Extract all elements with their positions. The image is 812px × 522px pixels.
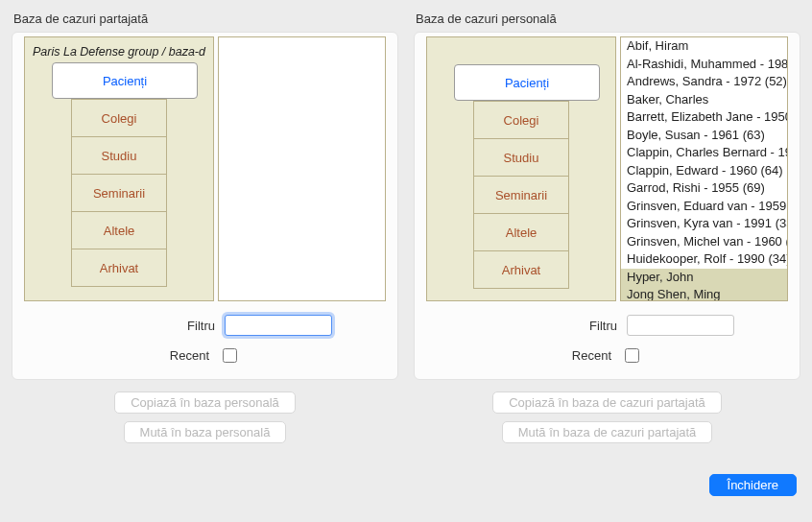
- tab-others[interactable]: Altele: [71, 211, 167, 249]
- list-item[interactable]: Abif, Hiram: [621, 37, 787, 56]
- list-item[interactable]: Jong Shen, Ming: [621, 286, 787, 300]
- list-item[interactable]: Garrod, Rishi - 1955 (69): [621, 179, 787, 198]
- list-item[interactable]: Al-Rashidi, Muhammed - 1989 (: [621, 56, 787, 74]
- tab-seminars[interactable]: Seminarii: [71, 174, 167, 212]
- tab-colleagues-personal[interactable]: Colegi: [473, 101, 569, 139]
- tab-archived[interactable]: Arhivat: [71, 249, 167, 287]
- list-item[interactable]: Grinsven, Kyra van - 1991 (33): [621, 215, 787, 233]
- move-to-personal-button[interactable]: Mută în baza personală: [124, 421, 287, 443]
- list-item[interactable]: Grinsven, Eduard van - 1959 (64: [621, 198, 787, 216]
- shared-filter-input[interactable]: [225, 315, 332, 336]
- personal-filter-label: Filtru: [569, 319, 617, 333]
- list-item[interactable]: Baker, Charles: [621, 91, 787, 109]
- tab-study[interactable]: Studiu: [71, 136, 167, 175]
- personal-db-panel: Pacienți Colegi Studiu Seminarii Altele …: [414, 32, 800, 380]
- tab-colleagues[interactable]: Colegi: [71, 99, 167, 137]
- personal-patient-list[interactable]: Abif, HiramAl-Rashidi, Muhammed - 1989 (…: [620, 36, 788, 301]
- tab-patients[interactable]: Pacienți: [52, 62, 198, 99]
- group-path: Paris La Defense group / baza-d: [25, 43, 213, 59]
- shared-recent-label: Recent: [161, 348, 209, 363]
- list-item[interactable]: Huidekooper, Rolf - 1990 (34): [621, 250, 787, 269]
- copy-to-personal-button[interactable]: Copiază în baza personală: [114, 392, 296, 414]
- list-item[interactable]: Barrett, Elizabeth Jane - 1950 (7: [621, 108, 787, 127]
- list-item[interactable]: Clappin, Charles Bernard - 1958: [621, 144, 787, 162]
- move-to-shared-button[interactable]: Mută în baza de cazuri partajată: [502, 421, 713, 443]
- list-item[interactable]: Clappin, Edward - 1960 (64): [621, 162, 787, 180]
- tab-seminars-personal[interactable]: Seminarii: [473, 176, 569, 214]
- shared-recent-checkbox[interactable]: [223, 348, 237, 363]
- list-item[interactable]: Hyper, John: [621, 269, 787, 287]
- shared-tabs: Paris La Defense group / baza-d Pacienți…: [24, 36, 214, 301]
- list-item[interactable]: Grinsven, Michel van - 1960 (64: [621, 233, 787, 251]
- tab-study-personal[interactable]: Studiu: [473, 138, 569, 177]
- personal-db-title: Baza de cazuri personală: [416, 12, 800, 26]
- tab-archived-personal[interactable]: Arhivat: [473, 250, 569, 289]
- shared-filter-label: Filtru: [167, 319, 215, 333]
- shared-db-panel: Paris La Defense group / baza-d Pacienți…: [12, 32, 398, 380]
- personal-filter-input[interactable]: [627, 315, 734, 336]
- close-button[interactable]: Închidere: [709, 474, 797, 496]
- shared-patient-list[interactable]: [218, 36, 386, 301]
- copy-to-shared-button[interactable]: Copiază în baza de cazuri partajată: [492, 392, 722, 414]
- personal-tabs: Pacienți Colegi Studiu Seminarii Altele …: [426, 36, 616, 301]
- list-item[interactable]: Boyle, Susan - 1961 (63): [621, 127, 787, 145]
- tab-patients-personal[interactable]: Pacienți: [454, 64, 600, 101]
- personal-recent-checkbox[interactable]: [625, 348, 639, 363]
- shared-db-title: Baza de cazuri partajată: [13, 12, 398, 26]
- personal-recent-label: Recent: [563, 348, 611, 363]
- tab-others-personal[interactable]: Altele: [473, 213, 569, 251]
- list-item[interactable]: Andrews, Sandra - 1972 (52): [621, 73, 787, 91]
